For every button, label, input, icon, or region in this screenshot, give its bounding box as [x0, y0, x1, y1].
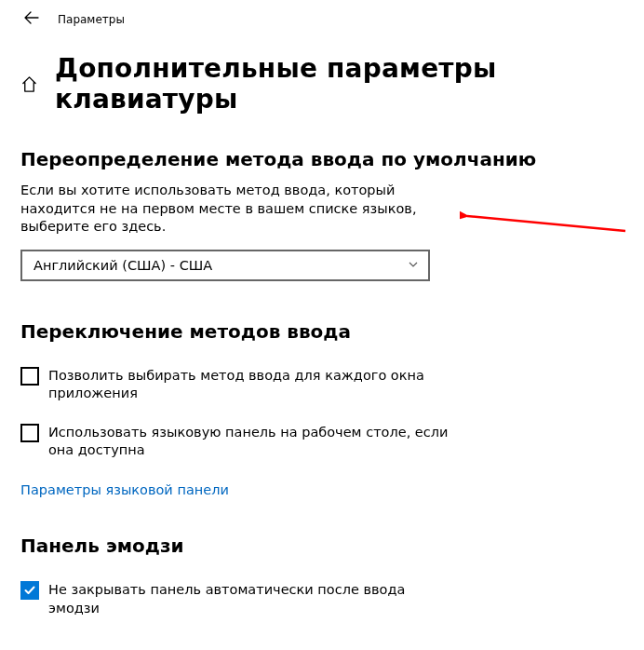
section-override-title: Переопределение метода ввода по умолчани…: [20, 148, 624, 170]
default-input-method-dropdown[interactable]: Английский (США) - США: [20, 250, 430, 281]
checkbox-language-bar-label: Использовать языковую панель на рабочем …: [48, 424, 449, 460]
checkbox-emoji-dont-close[interactable]: [20, 581, 39, 600]
page-title: Дополнительные параметры клавиатуры: [55, 53, 624, 115]
back-button[interactable]: [24, 11, 39, 27]
section-switching-title: Переключение методов ввода: [20, 320, 624, 343]
section-override-description: Если вы хотите использовать метод ввода,…: [20, 182, 449, 237]
section-emoji-title: Панель эмодзи: [20, 535, 624, 557]
language-bar-settings-link[interactable]: Параметры языковой панели: [20, 482, 229, 497]
checkbox-language-bar[interactable]: [20, 424, 39, 442]
checkbox-emoji-dont-close-label: Не закрывать панель автоматически после …: [48, 581, 449, 617]
checkbox-per-window[interactable]: [20, 367, 39, 386]
window-title: Параметры: [58, 13, 125, 26]
chevron-down-icon: [408, 258, 419, 273]
home-icon[interactable]: [20, 75, 38, 93]
dropdown-selected-value: Английский (США) - США: [34, 258, 212, 273]
checkbox-per-window-label: Позволить выбирать метод ввода для каждо…: [48, 367, 449, 403]
